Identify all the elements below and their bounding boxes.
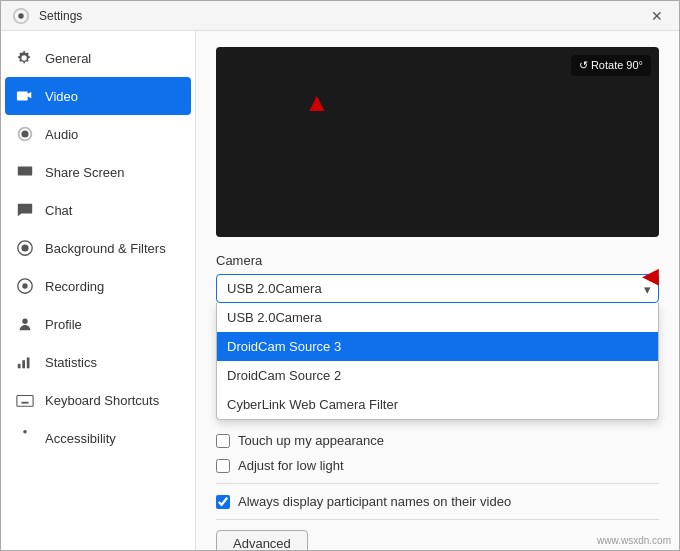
camera-section: Camera USB 2.0Camera DroidCam Source 3 D… <box>216 253 659 303</box>
camera-select[interactable]: USB 2.0Camera DroidCam Source 3 DroidCam… <box>216 274 659 303</box>
title-bar-left: Settings <box>11 6 82 26</box>
svg-point-1 <box>21 130 28 137</box>
dropdown-option-droidcam3[interactable]: DroidCam Source 3 <box>217 332 658 361</box>
share-screen-icon <box>15 162 35 182</box>
separator <box>216 483 659 484</box>
options-section: Touch up my appearance Adjust for low li… <box>216 433 659 550</box>
sidebar-label-statistics: Statistics <box>45 355 97 370</box>
participant-names-row: Always display participant names on thei… <box>216 494 659 509</box>
svg-rect-8 <box>18 364 21 369</box>
sidebar-item-video[interactable]: Video <box>5 77 191 115</box>
sidebar-label-profile: Profile <box>45 317 82 332</box>
sidebar-label-general: General <box>45 51 91 66</box>
settings-icon <box>11 6 31 26</box>
sidebar-item-accessibility[interactable]: Accessibility <box>1 419 195 457</box>
sidebar-label-share-screen: Share Screen <box>45 165 125 180</box>
main-content: ▲ ↺ Rotate 90° ◀ Camera USB 2.0Camera Dr… <box>196 31 679 550</box>
low-light-label: Adjust for low light <box>238 458 344 473</box>
sidebar-label-chat: Chat <box>45 203 72 218</box>
sidebar-item-general[interactable]: General <box>1 39 195 77</box>
sidebar-item-keyboard[interactable]: Keyboard Shortcuts <box>1 381 195 419</box>
title-bar: Settings ✕ <box>1 1 679 31</box>
sidebar-label-accessibility: Accessibility <box>45 431 116 446</box>
svg-point-6 <box>22 283 27 288</box>
video-icon <box>15 86 35 106</box>
touch-up-label: Touch up my appearance <box>238 433 384 448</box>
settings-window: Settings ✕ General Video <box>0 0 680 551</box>
content-area: General Video Audio Share Screen <box>1 31 679 550</box>
sidebar: General Video Audio Share Screen <box>1 31 196 550</box>
low-light-checkbox[interactable] <box>216 459 230 473</box>
sidebar-item-share-screen[interactable]: Share Screen <box>1 153 195 191</box>
sidebar-label-recording: Recording <box>45 279 104 294</box>
svg-point-4 <box>21 244 28 251</box>
svg-rect-2 <box>18 167 32 176</box>
participant-names-checkbox[interactable] <box>216 495 230 509</box>
chat-icon <box>15 200 35 220</box>
touch-up-checkbox[interactable] <box>216 434 230 448</box>
video-preview: ↺ Rotate 90° <box>216 47 659 237</box>
recording-icon <box>15 276 35 296</box>
keyboard-icon <box>15 390 35 410</box>
svg-rect-10 <box>27 358 30 369</box>
sidebar-item-background[interactable]: Background & Filters <box>1 229 195 267</box>
camera-dropdown-list: USB 2.0Camera DroidCam Source 3 DroidCam… <box>216 303 659 420</box>
title-bar-title: Settings <box>39 9 82 23</box>
sidebar-item-chat[interactable]: Chat <box>1 191 195 229</box>
sidebar-label-audio: Audio <box>45 127 78 142</box>
svg-rect-9 <box>22 360 25 368</box>
dropdown-option-usb2[interactable]: USB 2.0Camera <box>217 303 658 332</box>
close-button[interactable]: ✕ <box>645 6 669 26</box>
participant-names-label: Always display participant names on thei… <box>238 494 511 509</box>
sidebar-item-statistics[interactable]: Statistics <box>1 343 195 381</box>
sidebar-label-background: Background & Filters <box>45 241 166 256</box>
sidebar-item-profile[interactable]: Profile <box>1 305 195 343</box>
gear-icon <box>15 48 35 68</box>
background-icon <box>15 238 35 258</box>
rotate-button[interactable]: ↺ Rotate 90° <box>571 55 651 76</box>
camera-label: Camera <box>216 253 659 268</box>
watermark: www.wsxdn.com <box>597 535 671 546</box>
audio-icon <box>15 124 35 144</box>
camera-select-wrapper: USB 2.0Camera DroidCam Source 3 DroidCam… <box>216 274 659 303</box>
sidebar-item-recording[interactable]: Recording <box>1 267 195 305</box>
accessibility-icon <box>15 428 35 448</box>
svg-rect-11 <box>17 396 33 407</box>
profile-icon <box>15 314 35 334</box>
touch-up-row: Touch up my appearance <box>216 433 659 448</box>
svg-point-7 <box>22 319 27 324</box>
low-light-row: Adjust for low light <box>216 458 659 473</box>
separator2 <box>216 519 659 520</box>
dropdown-option-cyberlink[interactable]: CyberLink Web Camera Filter <box>217 390 658 419</box>
svg-point-17 <box>23 430 27 434</box>
dropdown-option-droidcam2[interactable]: DroidCam Source 2 <box>217 361 658 390</box>
sidebar-item-audio[interactable]: Audio <box>1 115 195 153</box>
stats-icon <box>15 352 35 372</box>
sidebar-label-video: Video <box>45 89 78 104</box>
sidebar-label-keyboard: Keyboard Shortcuts <box>45 393 159 408</box>
advanced-button[interactable]: Advanced <box>216 530 308 550</box>
svg-point-0 <box>18 13 23 18</box>
